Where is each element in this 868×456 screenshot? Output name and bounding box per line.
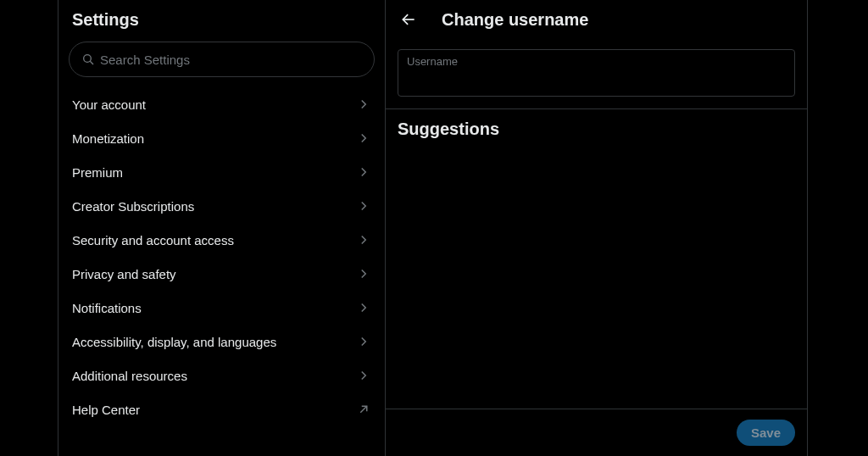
detail-header: Change username bbox=[386, 0, 807, 42]
menu-item-label: Notifications bbox=[72, 301, 142, 315]
menu-item-accessibility[interactable]: Accessibility, display, and languages bbox=[58, 325, 385, 359]
chevron-right-icon bbox=[356, 164, 371, 180]
menu-item-label: Accessibility, display, and languages bbox=[72, 335, 276, 349]
username-label: Username bbox=[407, 55, 786, 68]
menu-item-label: Creator Subscriptions bbox=[72, 199, 194, 214]
left-gutter bbox=[0, 0, 58, 456]
svg-line-2 bbox=[360, 406, 367, 413]
chevron-right-icon bbox=[356, 300, 371, 315]
chevron-right-icon bbox=[356, 198, 371, 214]
detail-column: Change username Username Suggestions Sav… bbox=[386, 0, 808, 456]
right-gutter bbox=[808, 0, 868, 456]
footer-row: Save bbox=[386, 409, 807, 456]
menu-item-privacy[interactable]: Privacy and safety bbox=[58, 257, 385, 291]
svg-point-0 bbox=[84, 55, 92, 63]
menu-item-label: Help Center bbox=[72, 403, 140, 417]
chevron-right-icon bbox=[356, 232, 371, 247]
menu-item-label: Privacy and safety bbox=[72, 267, 176, 281]
menu-item-help-center[interactable]: Help Center bbox=[58, 392, 385, 426]
chevron-right-icon bbox=[356, 266, 371, 281]
back-button[interactable] bbox=[394, 5, 423, 34]
svg-line-1 bbox=[90, 61, 93, 64]
menu-item-monetization[interactable]: Monetization bbox=[58, 121, 385, 155]
menu-item-notifications[interactable]: Notifications bbox=[58, 291, 385, 325]
external-link-icon bbox=[356, 402, 371, 417]
menu-item-premium[interactable]: Premium bbox=[58, 155, 385, 189]
username-field[interactable]: Username bbox=[398, 49, 795, 97]
search-wrap bbox=[58, 38, 385, 84]
arrow-left-icon bbox=[400, 11, 417, 28]
suggestions-area bbox=[386, 149, 807, 409]
menu-item-label: Your account bbox=[72, 97, 146, 112]
chevron-right-icon bbox=[356, 131, 371, 146]
menu-item-label: Premium bbox=[72, 165, 123, 180]
search-input[interactable] bbox=[100, 53, 362, 67]
menu-item-label: Monetization bbox=[72, 131, 144, 146]
settings-heading: Settings bbox=[58, 5, 385, 38]
detail-title: Change username bbox=[442, 10, 588, 30]
chevron-right-icon bbox=[356, 368, 371, 383]
menu-item-security[interactable]: Security and account access bbox=[58, 223, 385, 257]
suggestions-heading: Suggestions bbox=[386, 109, 807, 149]
save-button[interactable]: Save bbox=[737, 420, 795, 446]
chevron-right-icon bbox=[356, 334, 371, 349]
chevron-right-icon bbox=[356, 97, 371, 112]
settings-menu: Your account Monetization Premium Creato… bbox=[58, 84, 385, 426]
search-field[interactable] bbox=[69, 42, 375, 77]
menu-item-creator-subscriptions[interactable]: Creator Subscriptions bbox=[58, 189, 385, 223]
settings-column: Settings Your account Monetization Premi… bbox=[58, 0, 386, 456]
menu-item-label: Additional resources bbox=[72, 369, 187, 383]
menu-item-your-account[interactable]: Your account bbox=[58, 87, 385, 121]
search-icon bbox=[81, 53, 95, 66]
menu-item-label: Security and account access bbox=[72, 233, 234, 247]
menu-item-additional-resources[interactable]: Additional resources bbox=[58, 359, 385, 392]
